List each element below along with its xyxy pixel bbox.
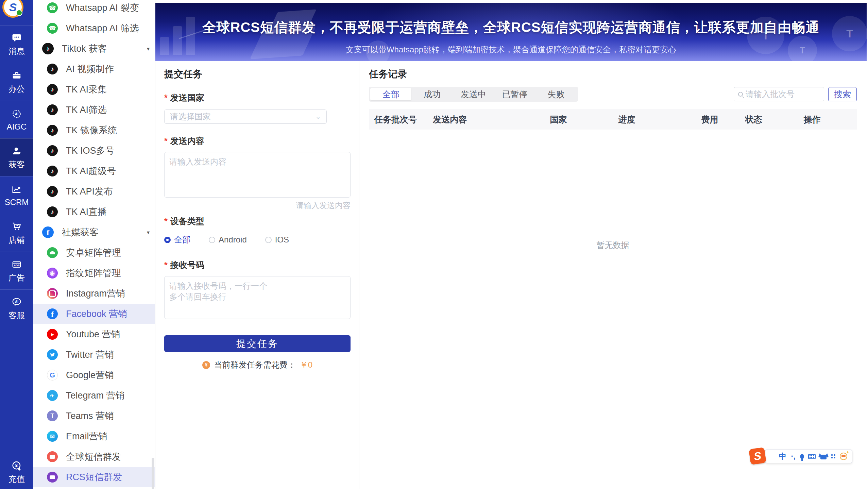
- primary-rail: S 消息 办公 AI AIGC 获客: [0, 0, 33, 489]
- rail-item-ads[interactable]: ADS 广告: [0, 252, 33, 289]
- sidebar-group-social-media[interactable]: 社媒获客▾: [33, 222, 155, 242]
- col-actions: 操作: [798, 114, 857, 125]
- sidebar-item-ai-video[interactable]: AI 视频制作: [33, 59, 155, 79]
- emoji-icon[interactable]: [840, 453, 847, 460]
- rail-item-support[interactable]: AI 客服: [0, 289, 33, 327]
- rail-item-aigc[interactable]: AI AIGC: [0, 101, 33, 138]
- rail-item-acquisition[interactable]: 获客: [0, 138, 33, 176]
- col-fee: 费用: [696, 114, 739, 125]
- online-status-dot: [16, 10, 22, 16]
- batch-search-input[interactable]: [746, 89, 820, 99]
- google-icon: [47, 370, 58, 381]
- sidebar-item-tk-api-publish[interactable]: TK API发布: [33, 181, 155, 202]
- numbers-textarea[interactable]: [164, 276, 351, 319]
- app-logo[interactable]: S: [0, 0, 33, 25]
- country-select-placeholder: 请选择国家: [170, 111, 315, 122]
- teams-icon: [47, 410, 58, 421]
- tab-all[interactable]: 全部: [370, 88, 411, 100]
- fee-value: ￥0: [300, 359, 312, 370]
- sidebar-item-global-sms[interactable]: 全球短信群发: [33, 446, 155, 467]
- sidebar-item-google[interactable]: Google营销: [33, 365, 155, 385]
- content-textarea[interactable]: [164, 152, 351, 198]
- required-asterisk: *: [164, 260, 168, 270]
- col-country: 国家: [545, 114, 613, 125]
- microphone-icon[interactable]: [800, 454, 804, 459]
- skin-icon[interactable]: [820, 453, 827, 459]
- country-label: * 发送国家: [164, 92, 359, 103]
- sidebar-scrollbar[interactable]: [152, 458, 154, 489]
- sidebar-item-whatsapp-ai-fission[interactable]: Whatsapp AI 裂变: [33, 0, 155, 18]
- col-progress: 进度: [613, 114, 696, 125]
- sidebar-item-teams[interactable]: Teams 营销: [33, 406, 155, 426]
- rail-item-office[interactable]: 办公: [0, 63, 33, 101]
- sidebar-item-android-matrix[interactable]: 安卓矩阵管理: [33, 242, 155, 263]
- message-icon: [11, 32, 22, 44]
- promo-banner: T T T 全球RCS短信群发，不再受限于运营商壁垒，全球RCS短信实现跨运营商…: [155, 3, 867, 61]
- device-type-radio-group: 全部 Android IOS: [164, 234, 359, 245]
- chevron-down-icon: ▾: [147, 229, 150, 236]
- chevron-down-icon: ⌄: [315, 113, 321, 120]
- submit-task-button[interactable]: 提交任务: [164, 335, 351, 352]
- rail-item-scrm[interactable]: SCRM: [0, 176, 33, 214]
- svg-text:AI: AI: [15, 112, 19, 116]
- form-heading: 提交任务: [164, 68, 359, 81]
- secondary-sidebar: Whatsapp AI 裂变 Whatsapp AI 筛选 Tiktok 获客▾…: [33, 0, 155, 489]
- tiktok-icon: [47, 145, 58, 156]
- sidebar-item-tk-ios-multi[interactable]: TK IOS多号: [33, 140, 155, 161]
- app-logo-letter: S: [9, 1, 17, 14]
- punctuation-icon[interactable]: ·,: [791, 452, 795, 461]
- search-button[interactable]: 搜索: [828, 87, 857, 101]
- sidebar-item-twitter[interactable]: Twitter 营销: [33, 344, 155, 365]
- rail-item-messages[interactable]: 消息: [0, 25, 33, 63]
- required-asterisk: *: [164, 216, 168, 226]
- sidebar-item-fingerprint-matrix[interactable]: 指纹矩阵管理: [33, 263, 155, 283]
- email-icon: [47, 431, 58, 442]
- tiktok-icon: [47, 166, 58, 176]
- radio-ios[interactable]: IOS: [265, 235, 289, 244]
- sidebar-group-tiktok[interactable]: Tiktok 获客▾: [33, 38, 155, 59]
- status-tab-group: 全部 成功 发送中 已暂停 失败: [369, 87, 578, 102]
- svg-text:¥: ¥: [15, 463, 18, 468]
- chinese-mode-icon[interactable]: 中: [779, 451, 786, 461]
- sidebar-item-telegram[interactable]: Telegram 营销: [33, 385, 155, 406]
- sidebar-item-youtube[interactable]: Youtube 营销: [33, 324, 155, 344]
- sidebar-item-instagram[interactable]: Instagram营销: [33, 283, 155, 304]
- sidebar-item-tk-mirror[interactable]: TK 镜像系统: [33, 120, 155, 140]
- banner-title: 全球RCS短信群发，不再受限于运营商壁垒，全球RCS短信实现跨运营商通信，让联系…: [155, 18, 867, 37]
- tiktok-icon: [47, 104, 58, 115]
- sidebar-item-rcs-sms[interactable]: RCS短信群发: [33, 467, 155, 487]
- batch-search-box: [734, 87, 824, 101]
- radio-android[interactable]: Android: [209, 235, 247, 244]
- required-asterisk: *: [164, 136, 168, 146]
- sidebar-item-tk-ai-collect[interactable]: TK AI采集: [33, 79, 155, 100]
- required-asterisk: *: [164, 93, 168, 103]
- country-select[interactable]: 请选择国家 ⌄: [164, 109, 327, 124]
- rail-item-recharge[interactable]: ¥ 充值: [0, 455, 33, 489]
- tab-success[interactable]: 成功: [411, 88, 453, 100]
- whatsapp-icon: [47, 23, 58, 34]
- rail-item-shop[interactable]: 店铺: [0, 214, 33, 252]
- facebook-icon: [47, 308, 58, 319]
- sidebar-item-tk-ai-filter[interactable]: TK AI筛选: [33, 100, 155, 120]
- col-content: 发送内容: [427, 114, 544, 125]
- submit-task-panel: 提交任务 * 发送国家 请选择国家 ⌄ * 发送内容 请输入发送内容 * 设备类…: [155, 61, 359, 489]
- radio-dot: [209, 237, 215, 243]
- whatsapp-icon: [47, 2, 58, 13]
- sidebar-item-email[interactable]: Email营销: [33, 426, 155, 446]
- sidebar-item-tk-ai-live[interactable]: TK AI直播: [33, 202, 155, 222]
- sidebar-item-whatsapp-ai-filter[interactable]: Whatsapp AI 筛选: [33, 18, 155, 38]
- telegram-icon: [47, 390, 58, 401]
- tab-sending[interactable]: 发送中: [453, 88, 494, 100]
- tab-paused[interactable]: 已暂停: [494, 88, 535, 100]
- col-batch-id: 任务批次号: [369, 114, 427, 125]
- ime-logo[interactable]: S: [749, 447, 766, 465]
- sidebar-item-facebook[interactable]: Facebook 营销: [33, 304, 155, 324]
- radio-all[interactable]: 全部: [164, 234, 190, 245]
- device-type-label: * 设备类型: [164, 216, 359, 227]
- android-icon: [47, 247, 58, 258]
- tiktok-icon: [47, 206, 58, 217]
- sidebar-item-tk-ai-super[interactable]: TK AI超级号: [33, 161, 155, 181]
- tab-failed[interactable]: 失败: [535, 88, 577, 100]
- content-helper-text: 请输入发送内容: [164, 200, 351, 211]
- keyboard-icon[interactable]: [808, 454, 816, 459]
